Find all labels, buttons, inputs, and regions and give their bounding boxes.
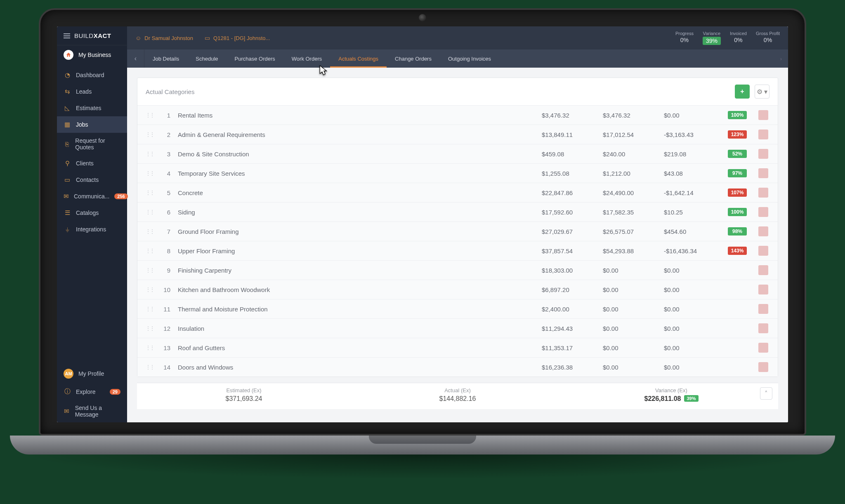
- sidebar-item-label: Request for Quotes: [75, 137, 120, 151]
- row-delete-button[interactable]: [758, 323, 768, 333]
- sidebar-item-dashboard[interactable]: ◔ Dashboard: [57, 67, 127, 83]
- row-delete-button[interactable]: [758, 207, 768, 217]
- footer-label: Variance (Ex): [564, 387, 778, 393]
- row-variance: $0.00: [664, 112, 718, 119]
- category-row[interactable]: ⋮⋮ 3 Demo & Site Construction $459.08 $2…: [137, 144, 778, 163]
- sidebar-item-explore[interactable]: ⓘExplore29: [57, 383, 127, 400]
- sidebar-item-jobs[interactable]: ▦ Jobs: [57, 116, 127, 133]
- drag-handle-icon[interactable]: ⋮⋮: [146, 364, 154, 370]
- sidebar-item-estimates[interactable]: ◺ Estimates: [57, 100, 127, 116]
- category-row[interactable]: ⋮⋮ 13 Roof and Gutters $11,353.17 $0.00 …: [137, 338, 778, 357]
- row-variance: -$1,642.14: [664, 189, 718, 196]
- row-delete-button[interactable]: [758, 168, 768, 178]
- sidebar-item-contacts[interactable]: ▭ Contacts: [57, 172, 127, 188]
- sidebar-item-communica-[interactable]: ✉ Communica... 256: [57, 188, 127, 205]
- tab-back-button[interactable]: ‹: [127, 49, 144, 68]
- drag-handle-icon[interactable]: ⋮⋮: [146, 345, 154, 351]
- sidebar-item-leads[interactable]: ⇆ Leads: [57, 83, 127, 100]
- drag-handle-icon[interactable]: ⋮⋮: [146, 190, 154, 195]
- drag-handle-icon[interactable]: ⋮⋮: [146, 132, 154, 137]
- sidebar-my-business[interactable]: My Business: [57, 45, 127, 64]
- row-actual: $24,490.00: [603, 189, 656, 196]
- tab-scroll-right[interactable]: ›: [774, 49, 788, 68]
- leads-icon: ⇆: [64, 88, 71, 95]
- row-estimate: $2,400.00: [542, 306, 595, 313]
- row-delete-button[interactable]: [758, 362, 768, 372]
- drag-handle-icon[interactable]: ⋮⋮: [146, 306, 154, 312]
- drag-handle-icon[interactable]: ⋮⋮: [146, 228, 154, 234]
- rfq-icon: ⎘: [64, 141, 70, 148]
- sidebar: BUILDXACT My Business ◔ Dashboard ⇆ Lead…: [57, 26, 127, 422]
- drag-handle-icon[interactable]: ⋮⋮: [146, 209, 154, 215]
- category-row[interactable]: ⋮⋮ 1 Rental Items $3,476.32 $3,476.32 $0…: [137, 106, 778, 125]
- row-number: 1: [161, 112, 170, 119]
- sidebar-item-catalogs[interactable]: ☰ Catalogs: [57, 205, 127, 221]
- category-row[interactable]: ⋮⋮ 14 Doors and Windows $16,236.38 $0.00…: [137, 357, 778, 377]
- category-row[interactable]: ⋮⋮ 11 Thermal and Moisture Protection $2…: [137, 299, 778, 318]
- tab-purchase-orders[interactable]: Purchase Orders: [227, 49, 283, 68]
- sidebar-top-label: My Business: [78, 52, 111, 58]
- menu-icon[interactable]: [64, 33, 70, 38]
- row-delete-button[interactable]: [758, 130, 768, 139]
- tab-outgoing-invoices[interactable]: Outgoing Invoices: [440, 49, 499, 68]
- row-variance: -$3,163.43: [664, 131, 718, 138]
- row-delete-button[interactable]: [758, 304, 768, 314]
- add-category-button[interactable]: +: [735, 85, 750, 99]
- doc-icon: ▭: [205, 35, 210, 41]
- footer-col-actual-ex-: Actual (Ex) $144,882.16: [351, 387, 564, 403]
- scroll-to-top-button[interactable]: ˄: [760, 387, 772, 400]
- sidebar-item-clients[interactable]: ⚲ Clients: [57, 155, 127, 172]
- row-delete-button[interactable]: [758, 188, 768, 198]
- tab-job-details[interactable]: Job Details: [144, 49, 187, 68]
- sidebar-item-my-profile[interactable]: AMMy Profile: [57, 364, 127, 383]
- category-row[interactable]: ⋮⋮ 7 Ground Floor Framing $27,029.67 $26…: [137, 221, 778, 241]
- tab-change-orders[interactable]: Change Orders: [387, 49, 440, 68]
- category-row[interactable]: ⋮⋮ 6 Siding $17,592.60 $17,582.35 $10.25…: [137, 202, 778, 221]
- row-estimate: $11,353.17: [542, 344, 595, 351]
- category-row[interactable]: ⋮⋮ 9 Finishing Carpentry $18,303.00 $0.0…: [137, 260, 778, 280]
- row-actual: $240.00: [603, 151, 656, 158]
- breadcrumb[interactable]: ☺Dr Samual Johnston: [135, 35, 193, 41]
- sidebar-item-send-us-a-message[interactable]: ✉Send Us a Message: [57, 400, 127, 422]
- breadcrumb[interactable]: ▭Q1281 - [DG] Johnsto...: [205, 35, 270, 41]
- home-icon: [64, 50, 73, 60]
- drag-handle-icon[interactable]: ⋮⋮: [146, 287, 154, 292]
- tab-actuals-costings[interactable]: Actuals Costings: [330, 49, 387, 68]
- drag-handle-icon[interactable]: ⋮⋮: [146, 112, 154, 118]
- row-name: Siding: [178, 209, 534, 216]
- row-actual: $26,575.07: [603, 228, 656, 235]
- panel-settings-button[interactable]: ⚙ ▾: [755, 85, 769, 99]
- category-row[interactable]: ⋮⋮ 8 Upper Floor Framing $37,857.54 $54,…: [137, 241, 778, 260]
- dash-icon: ◔: [64, 71, 71, 79]
- tab-schedule[interactable]: Schedule: [187, 49, 226, 68]
- drag-handle-icon[interactable]: ⋮⋮: [146, 325, 154, 331]
- drag-handle-icon[interactable]: ⋮⋮: [146, 170, 154, 176]
- row-number: 10: [161, 286, 170, 293]
- row-delete-button[interactable]: [758, 343, 768, 353]
- category-row[interactable]: ⋮⋮ 5 Concrete $22,847.86 $24,490.00 -$1,…: [137, 183, 778, 202]
- drag-handle-icon[interactable]: ⋮⋮: [146, 151, 154, 157]
- category-row[interactable]: ⋮⋮ 2 Admin & General Requirements $13,84…: [137, 125, 778, 144]
- row-delete-button[interactable]: [758, 285, 768, 294]
- row-estimate: $6,897.20: [542, 286, 595, 293]
- row-delete-button[interactable]: [758, 110, 768, 120]
- sidebar-item-request-for-quotes[interactable]: ⎘ Request for Quotes: [57, 133, 127, 155]
- category-row[interactable]: ⋮⋮ 4 Temporary Site Services $1,255.08 $…: [137, 163, 778, 183]
- row-delete-button[interactable]: [758, 149, 768, 159]
- sidebar-item-integrations[interactable]: ⏚ Integrations: [57, 221, 127, 237]
- category-row[interactable]: ⋮⋮ 12 Insulation $11,294.43 $0.00 $0.00: [137, 318, 778, 338]
- explore-icon: ⓘ: [64, 388, 71, 396]
- drag-handle-icon[interactable]: ⋮⋮: [146, 248, 154, 254]
- row-number: 7: [161, 228, 170, 235]
- row-delete-button[interactable]: [758, 246, 768, 256]
- sidebar-item-label: Jobs: [76, 121, 88, 128]
- row-estimate: $37,857.54: [542, 247, 595, 254]
- row-actual: $0.00: [603, 344, 656, 351]
- tab-work-orders[interactable]: Work Orders: [283, 49, 330, 68]
- row-delete-button[interactable]: [758, 226, 768, 236]
- row-number: 11: [161, 306, 170, 313]
- category-row[interactable]: ⋮⋮ 10 Kitchen and Bathroom Woodwork $6,8…: [137, 280, 778, 299]
- row-name: Demo & Site Construction: [178, 151, 534, 158]
- drag-handle-icon[interactable]: ⋮⋮: [146, 267, 154, 273]
- row-delete-button[interactable]: [758, 265, 768, 275]
